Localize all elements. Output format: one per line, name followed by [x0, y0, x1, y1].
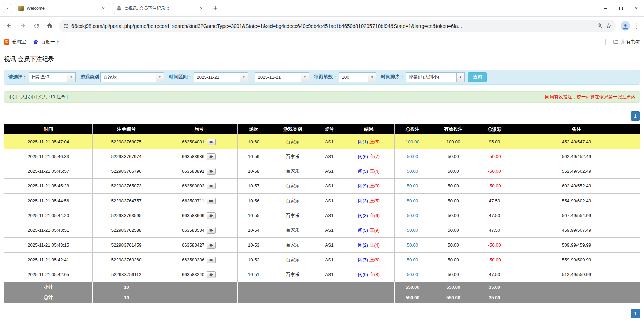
video-replay-button[interactable]	[207, 183, 216, 189]
video-replay-button[interactable]	[207, 271, 216, 278]
total-bet-link[interactable]: 50.00	[407, 198, 418, 203]
round-cell: 663583803	[160, 179, 238, 194]
chevron-down-icon[interactable]: ▾	[67, 73, 75, 82]
per-page-select[interactable]: 100 ▾	[339, 72, 376, 82]
chevron-down-icon[interactable]: ▾	[156, 73, 164, 82]
camera-icon	[209, 184, 214, 188]
tab-betrecord[interactable]: :::视讯, 会员下注纪录::: ×	[113, 3, 207, 14]
note-cell: 554.99/602.49	[513, 194, 640, 208]
note-cell: 502.49/452.49	[513, 149, 640, 164]
video-replay-button[interactable]	[207, 198, 216, 204]
valid-bet-cell: 50.00	[431, 238, 476, 253]
total-bet-link[interactable]: 50.00	[407, 228, 418, 233]
browser-toolbar: 66cxkj98.com/ipl/portal.php/game/betreco…	[0, 17, 644, 35]
sort-select[interactable]: 降幂(由大到小) ▾	[406, 72, 465, 82]
home-button[interactable]	[44, 20, 56, 32]
new-tab-button[interactable]: +	[211, 4, 220, 13]
subtotal-row: 小计 10 550.00 550.00 35.00	[4, 282, 640, 292]
tab-welcome[interactable]: Welcome ×	[15, 3, 109, 14]
url-text[interactable]: 66cxkj98.com/ipl/portal.php/game/betreco…	[71, 23, 594, 29]
bet-records-table: 时间注单编号局号场次游戏类别桌号结果总投注有效投注总派彩备注 2025-11-2…	[4, 124, 640, 303]
video-replay-button[interactable]	[207, 257, 216, 263]
round-cell: 663583891	[160, 164, 238, 179]
column-header: 总投注	[395, 124, 431, 134]
result-cell: 闲(5) 庄(4)	[343, 164, 395, 179]
total-bet-link[interactable]: 50.00	[407, 154, 418, 159]
tab-search-button[interactable]	[3, 4, 12, 13]
total-valid-bet: 550.00	[431, 292, 476, 303]
payout-cell: 47.50	[476, 208, 513, 223]
session-cell: 10-55	[238, 208, 270, 223]
close-window-button[interactable]: ×	[629, 0, 644, 17]
maximize-button[interactable]	[613, 0, 629, 17]
round-cell: 663583336	[160, 253, 238, 267]
sort-label: 时间排序：	[381, 74, 404, 80]
minimize-button[interactable]	[598, 0, 613, 17]
result-cell: 闲(3) 庄(6)	[343, 208, 395, 223]
game-type-cell: 百家乐	[270, 179, 315, 194]
bet-id-cell: 522983767974	[93, 149, 160, 164]
all-bookmarks-button[interactable]: 所有书签	[613, 39, 640, 45]
game-type-select[interactable]: 百家乐 ▾	[100, 72, 164, 82]
table-row: 2025-11-21 05:43:15522983761459663583427…	[4, 238, 640, 253]
table-no-cell: AS1	[315, 253, 343, 267]
camera-icon	[209, 258, 214, 262]
video-replay-button[interactable]	[207, 212, 216, 219]
payout-cell: 47.50	[476, 194, 513, 208]
range-separator: ~	[250, 74, 253, 80]
chevron-down-icon[interactable]: ▾	[301, 73, 309, 82]
total-bet-link[interactable]: 50.00	[407, 183, 418, 188]
player-result: 闲(6)	[358, 154, 368, 159]
chevron-down-icon[interactable]: ▾	[456, 73, 464, 82]
column-header: 结果	[343, 124, 395, 134]
video-replay-button[interactable]	[207, 139, 216, 145]
total-bet-link[interactable]: 100.00	[406, 139, 419, 144]
bookmark-star-icon[interactable]	[606, 23, 612, 29]
bookmark-taobao[interactable]: 淘 爱淘宝	[4, 39, 26, 45]
video-replay-button[interactable]	[207, 242, 216, 249]
back-button[interactable]	[3, 20, 15, 32]
page-title: 视讯 会员下注纪录	[4, 55, 640, 63]
zoom-icon[interactable]	[597, 23, 603, 29]
chevron-down-icon[interactable]: ▾	[240, 73, 248, 82]
profile-avatar[interactable]	[621, 21, 630, 31]
pagination-top: 1	[4, 111, 640, 121]
site-settings-tune-icon[interactable]	[63, 23, 69, 29]
total-bet-link[interactable]: 50.00	[407, 213, 418, 218]
total-bet-link[interactable]: 50.00	[407, 169, 418, 174]
video-replay-button[interactable]	[207, 153, 216, 160]
session-cell: 10-56	[238, 194, 270, 208]
total-bet-link[interactable]: 50.00	[407, 272, 418, 277]
video-replay-button[interactable]	[207, 227, 216, 234]
close-tab-icon[interactable]: ×	[198, 5, 204, 11]
payout-cell: 47.50	[476, 267, 513, 282]
minimize-icon	[604, 8, 607, 9]
table-row: 2025-11-21 05:45:28522983765873663583803…	[4, 179, 640, 194]
page-1-button[interactable]: 1	[631, 309, 640, 318]
chevron-down-icon[interactable]: ▾	[368, 73, 376, 82]
video-replay-button[interactable]	[207, 168, 216, 175]
query-type-select[interactable]: 日期查询 ▾	[29, 72, 76, 82]
refresh-button[interactable]	[30, 20, 42, 32]
grand-total-row: 总计 10 550.00 550.00 35.00	[4, 292, 640, 303]
date-from-select[interactable]: 2025-11-21 ▾	[194, 72, 248, 82]
address-bar[interactable]: 66cxkj98.com/ipl/portal.php/game/betreco…	[59, 20, 616, 32]
page-1-button[interactable]: 1	[631, 111, 640, 121]
round-cell: 663583711	[160, 194, 238, 208]
bookmark-baidu[interactable]: 百度一下	[33, 39, 60, 45]
table-header-row: 时间注单编号局号场次游戏类别桌号结果总投注有效投注总派彩备注	[4, 124, 640, 134]
banker-result: 庄(4)	[369, 169, 380, 174]
browser-menu-button[interactable]: ⋮	[633, 21, 641, 31]
total-bet-cell: 50.00	[395, 194, 431, 208]
game-type-cell: 百家乐	[270, 208, 315, 223]
forward-button[interactable]	[17, 20, 29, 32]
date-to-select[interactable]: 2025-11-21 ▾	[255, 72, 309, 82]
search-button[interactable]: 查询	[468, 72, 487, 82]
close-tab-icon[interactable]: ×	[100, 5, 106, 11]
total-payout: 35.00	[476, 292, 513, 303]
column-header: 注单编号	[93, 124, 160, 134]
total-bet-link[interactable]: 50.00	[407, 242, 418, 248]
total-bet-link[interactable]: 50.00	[407, 257, 418, 262]
banker-result: 庄(5)	[369, 198, 380, 203]
game-type-cell: 百家乐	[270, 253, 315, 267]
